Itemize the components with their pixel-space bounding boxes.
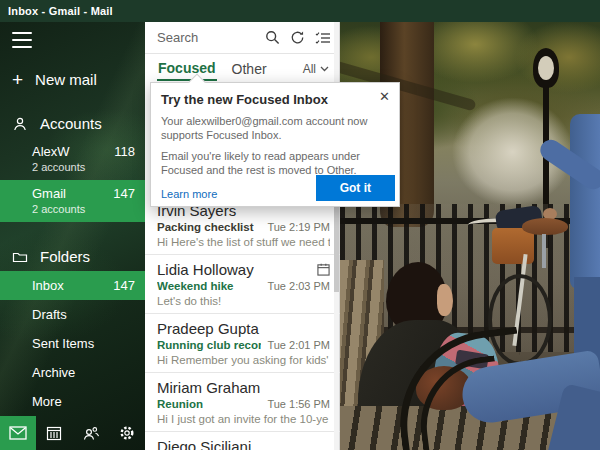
email-list: Irvin Sayers Packing checklist Tue 2:19 … <box>145 196 340 450</box>
email-preview: Hi Remember you asking for kids' <box>157 353 330 368</box>
got-it-button[interactable]: Got it <box>316 175 395 201</box>
folder-count: 147 <box>113 277 135 294</box>
email-preview: Hi I just got an invite for the 10-ye <box>157 412 330 427</box>
people-icon <box>82 426 100 441</box>
search-input[interactable]: Search <box>157 30 255 45</box>
email-preview: Hi Here's the list of stuff we need t <box>157 235 330 250</box>
window-title: Inbox - Gmail - Mail <box>8 5 113 17</box>
sidebar-bottom-bar <box>0 416 145 450</box>
account-count: 147 <box>113 185 135 202</box>
photo-woman-face <box>437 284 453 316</box>
search-button[interactable] <box>265 30 280 45</box>
settings-nav-button[interactable] <box>109 416 145 450</box>
plus-icon: + <box>12 70 23 89</box>
photo-lamp-glass <box>538 56 554 80</box>
calendar-icon <box>46 425 62 441</box>
email-subject: Running club recommendations <box>157 338 261 353</box>
tab-other[interactable]: Other <box>231 58 268 80</box>
photo-bicycle-saddle <box>522 218 568 235</box>
popup-body-1: Your alexwilber0@gmail.com account now s… <box>161 114 389 142</box>
folder-item-more[interactable]: More <box>0 387 145 416</box>
email-sender: Diego Siciliani <box>157 437 251 450</box>
email-row-pradeep-gupta[interactable]: Pradeep Gupta Running club recommendatio… <box>145 314 340 373</box>
navigation-sidebar: + New mail Accounts AlexW 118 2 accounts… <box>0 22 145 450</box>
hamburger-menu-icon[interactable] <box>12 32 32 48</box>
settings-gear-icon <box>119 425 135 441</box>
account-item-alexw[interactable]: AlexW 118 2 accounts <box>0 138 145 180</box>
title-bar: Inbox - Gmail - Mail <box>0 0 600 22</box>
email-sender: Miriam Graham <box>157 378 260 397</box>
email-preview: Let's do this! <box>157 294 330 309</box>
email-subject: Weekend hike <box>157 279 234 294</box>
email-row-miriam-graham[interactable]: Miriam Graham Reunion Tue 1:56 PM Hi I j… <box>145 373 340 432</box>
email-row-lidia-holloway[interactable]: Lidia Holloway Weekend hike Tue 2:03 PM … <box>145 255 340 314</box>
calendar-nav-button[interactable] <box>36 416 72 450</box>
chevron-down-icon <box>320 66 329 72</box>
mail-icon <box>9 426 27 440</box>
focused-inbox-popup: Try the new Focused Inbox ✕ Your alexwil… <box>150 82 400 207</box>
mail-nav-button[interactable] <box>0 416 36 450</box>
email-time: Tue 1:56 PM <box>267 398 330 410</box>
calendar-flag-icon <box>317 263 330 276</box>
folders-section-header[interactable]: Folders <box>12 248 145 265</box>
email-subject: Packing checklist <box>157 220 254 235</box>
popup-title: Try the new Focused Inbox <box>161 92 389 107</box>
email-sender: Pradeep Gupta <box>157 319 259 338</box>
account-item-gmail[interactable]: Gmail 147 2 accounts <box>0 180 145 222</box>
email-time: Tue 2:03 PM <box>267 280 330 292</box>
select-mode-button[interactable] <box>315 31 331 45</box>
email-subject: Reunion <box>157 397 203 412</box>
people-nav-button[interactable] <box>73 416 109 450</box>
mail-app-window: Inbox - Gmail - Mail <box>0 0 600 450</box>
folder-name: Sent Items <box>32 335 94 352</box>
folder-name: Drafts <box>32 306 67 323</box>
account-name: Gmail <box>32 185 66 202</box>
folder-item-sent-items[interactable]: Sent Items <box>0 329 145 358</box>
folder-item-inbox[interactable]: Inbox 147 <box>0 271 145 300</box>
folder-item-drafts[interactable]: Drafts <box>0 300 145 329</box>
account-sub: 2 accounts <box>32 202 135 216</box>
photo-person-denim <box>570 114 600 289</box>
filter-label: All <box>303 62 316 76</box>
popup-body-2: Email you're likely to read appears unde… <box>161 149 389 177</box>
multiselect-icon <box>315 31 331 45</box>
close-icon[interactable]: ✕ <box>379 90 390 103</box>
account-name: AlexW <box>32 143 70 160</box>
folders-label: Folders <box>40 248 90 265</box>
folder-name: More <box>32 393 62 410</box>
person-icon <box>12 116 28 132</box>
account-count: 118 <box>114 143 135 160</box>
photo-bicycle-basket <box>492 228 534 264</box>
email-time: Tue 2:19 PM <box>267 221 330 233</box>
new-mail-button[interactable]: + New mail <box>12 70 145 89</box>
search-bar[interactable]: Search <box>145 22 339 54</box>
accounts-section-header[interactable]: Accounts <box>12 115 145 132</box>
accounts-label: Accounts <box>40 115 102 132</box>
filter-dropdown[interactable]: All <box>303 62 329 76</box>
email-row-diego-siciliani[interactable]: Diego Siciliani Agenda for next meeting … <box>145 432 340 450</box>
account-sub: 2 accounts <box>32 160 135 174</box>
email-time: Tue 2:01 PM <box>267 339 330 351</box>
search-icon <box>265 30 280 45</box>
email-sender: Lidia Holloway <box>157 260 254 279</box>
new-mail-label: New mail <box>35 71 97 88</box>
sync-icon <box>290 30 305 45</box>
inbox-tabs: Focused Other All <box>145 54 339 84</box>
learn-more-link[interactable]: Learn more <box>161 188 217 200</box>
folder-item-archive[interactable]: Archive <box>0 358 145 387</box>
tab-focused[interactable]: Focused <box>157 57 217 81</box>
folder-icon <box>12 249 28 265</box>
sync-button[interactable] <box>290 30 305 45</box>
folder-name: Archive <box>32 364 75 381</box>
photo-bicycle-seatpost <box>542 234 546 268</box>
folder-name: Inbox <box>32 277 64 294</box>
